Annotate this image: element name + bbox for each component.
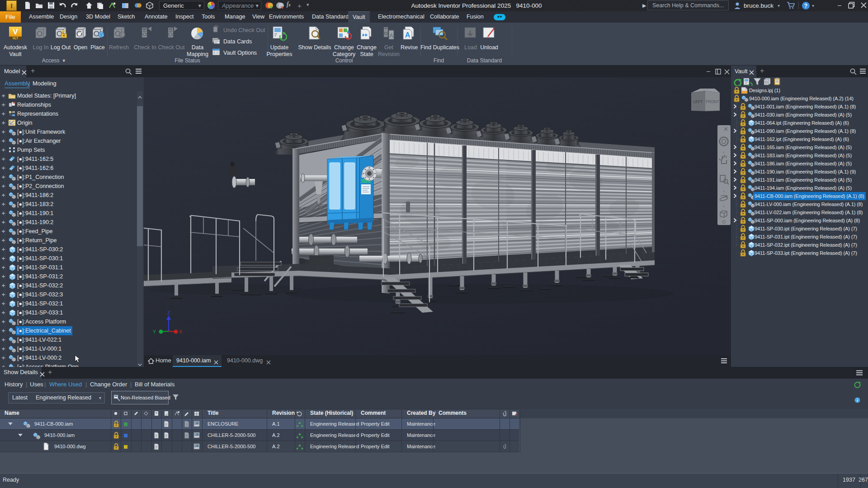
svg-text:A: A <box>405 31 410 39</box>
svg-text:VLT: VLT <box>13 37 19 40</box>
svg-text:LEFT: LEFT <box>693 99 703 104</box>
svg-text:FRONT: FRONT <box>706 99 719 104</box>
svg-text:A: A <box>389 32 394 39</box>
svg-text:X: X <box>179 329 183 334</box>
svg-text:Y: Y <box>153 329 156 334</box>
svg-text:V: V <box>13 28 18 36</box>
svg-text:Z: Z <box>167 310 170 315</box>
svg-text:?: ? <box>804 3 807 9</box>
